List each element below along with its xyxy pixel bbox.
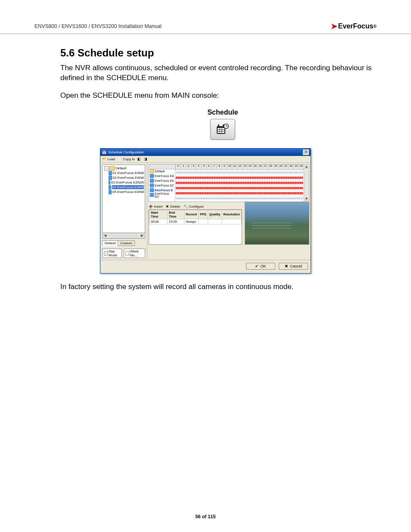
page-number: 56 of 115	[0, 514, 411, 519]
timeline-vscroll[interactable]: ▲ ▼	[304, 165, 309, 202]
tree-item[interactable]: 01 EverFocus EAN8	[103, 171, 144, 175]
scroll-up-icon[interactable]: ▲	[304, 165, 309, 170]
schedule-tabs: Default Custom	[102, 240, 145, 246]
tree-hscroll[interactable]: ◄ ►	[102, 233, 145, 239]
schedule-button[interactable]	[210, 119, 235, 140]
load-button[interactable]: 📂 Load	[102, 157, 115, 161]
col-start: Start Time	[149, 210, 168, 219]
schedule-label: Schedule	[60, 109, 385, 116]
insert-button[interactable]: ➕ Insert	[149, 205, 162, 208]
schedule-config-dialog: 📅 Schedule Configuration × 📂 Load 📄 Copy…	[100, 148, 311, 274]
close-icon[interactable]: ×	[303, 149, 309, 155]
week-mode-button[interactable]: .Week Mo...	[124, 249, 145, 258]
cancel-button[interactable]: ✖ Cancel	[279, 263, 308, 270]
delete-button[interactable]: ✖ Delete	[166, 205, 180, 208]
toolbar-extra-2[interactable]: ◨	[144, 157, 147, 161]
dialog-titlebar: 📅 Schedule Configuration ×	[100, 149, 311, 156]
col-end: End Time	[168, 210, 184, 219]
table-row[interactable]: 00:00 23:59 Always	[149, 219, 242, 224]
configure-button[interactable]: 🔧 Configure	[184, 205, 204, 208]
paragraph-1: The NVR allows continuous, scheduled or …	[26, 63, 385, 83]
header-text: ENVS800 / ENVS1600 / ENVS3200 Installati…	[34, 23, 162, 29]
header-rule	[0, 34, 411, 34]
timeline-ruler: 0123456789101112131415161718192021222324	[175, 165, 304, 170]
toolbar-extra-1[interactable]: ◧	[137, 157, 141, 161]
calendar-clock-icon	[216, 123, 230, 136]
dialog-toolbar: 📂 Load 📄 Copy to ◧ ◨	[100, 156, 311, 163]
day-mode-button[interactable]: ✓Day Mode	[102, 249, 122, 258]
copyto-button[interactable]: 📄 Copy to	[118, 157, 135, 161]
dialog-title: Schedule Configuration	[108, 150, 144, 154]
ok-button[interactable]: ✔ OK	[246, 263, 275, 270]
camera-preview	[245, 202, 309, 245]
tab-custom[interactable]: Custom	[118, 240, 135, 246]
tree-item[interactable]: 03 EverFocus EZN25	[103, 180, 144, 185]
col-fps: FPS	[199, 210, 208, 219]
tree-item[interactable]: 02 EverFocus EAN8	[103, 175, 144, 180]
timeline[interactable]: DefaultEverFocus EAEverFocus EAEverFocus…	[149, 164, 309, 202]
svg-rect-6	[218, 124, 219, 127]
section-heading: 5.6 Schedule setup	[26, 47, 385, 59]
segment-table[interactable]: Start Time End Time Record FPS Quality R…	[149, 209, 242, 245]
paragraph-2: Open the SCHEDULE menu from MAIN console…	[26, 91, 385, 101]
scroll-left-icon[interactable]: ◄	[103, 233, 108, 238]
col-quality: Quality	[208, 210, 221, 219]
brand-name: EverFocus	[338, 22, 374, 30]
dialog-icon: 📅	[102, 150, 106, 154]
tree-root[interactable]: − Default	[103, 166, 144, 171]
tab-default[interactable]: Default	[102, 240, 118, 246]
tree-item[interactable]: 05 EverFocus EDN8	[103, 190, 144, 194]
col-resolution: Resolution	[222, 210, 242, 219]
paragraph-3: In factory setting the system will recor…	[26, 282, 385, 292]
svg-rect-1	[218, 128, 224, 133]
scroll-right-icon[interactable]: ►	[139, 233, 145, 238]
brand-logo: ➤ EverFocus®	[331, 22, 377, 31]
camera-tree[interactable]: − Default 01 EverFocus EAN8 02 EverFocus…	[102, 165, 145, 233]
tree-item[interactable]: 04 EverFocus EAN8	[103, 185, 144, 190]
scroll-down-icon[interactable]: ▼	[304, 196, 309, 202]
col-record: Record	[184, 210, 199, 219]
logo-arrow-icon: ➤	[331, 22, 337, 31]
